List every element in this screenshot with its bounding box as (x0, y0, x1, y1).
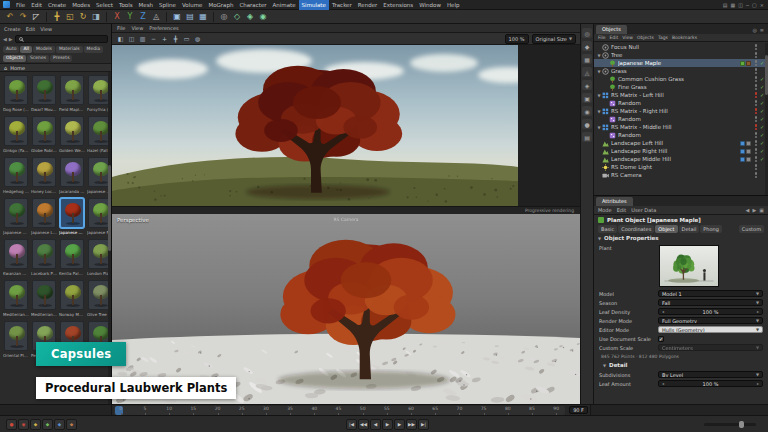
search-input[interactable] (15, 35, 108, 43)
menu-render[interactable]: Render (355, 0, 381, 10)
object-row-common-cushion-grass[interactable]: Common Cushion Grass✓ (594, 75, 768, 83)
visibility-dots[interactable] (755, 116, 758, 122)
asset-thumbnail[interactable] (32, 157, 56, 187)
visibility-dot-icon[interactable] (755, 116, 758, 119)
simulation-icon[interactable]: ◉ (257, 11, 269, 23)
attr-tab-detail[interactable]: Detail (679, 225, 700, 233)
filter-chip-scenes[interactable]: Scenes (27, 55, 49, 62)
visibility-dot-icon[interactable] (755, 68, 758, 71)
visibility-dots[interactable] (755, 60, 758, 66)
asset-item[interactable]: Golden Weeping Willow (Fall Plant) (59, 116, 85, 157)
visibility-dots[interactable] (755, 68, 758, 74)
menu-window[interactable]: Window (416, 0, 444, 10)
filter-chip-media[interactable]: Media (84, 46, 104, 53)
om-search-icon[interactable]: ◎ (752, 27, 756, 33)
visibility-dots[interactable] (755, 100, 758, 106)
material-tag-icon[interactable] (740, 141, 745, 146)
asset-item[interactable]: Japanese Larch (Fall Plant) (31, 198, 57, 239)
attr-tab-custom[interactable]: Custom (739, 225, 764, 233)
close-button[interactable]: × (760, 2, 764, 8)
breadcrumb[interactable]: ⌂Home (0, 63, 111, 72)
timeline-zoom-slider[interactable] (704, 423, 756, 426)
record-scale-icon[interactable]: ◆ (42, 419, 53, 430)
visibility-dots[interactable] (755, 132, 758, 138)
visibility-dots[interactable] (755, 148, 758, 154)
move-icon[interactable]: ╋ (51, 11, 63, 23)
asset-thumbnail[interactable] (60, 116, 84, 146)
visibility-dot-icon[interactable] (755, 156, 758, 159)
tab-objects[interactable]: Objects (596, 25, 627, 34)
visibility-dot-icon[interactable] (755, 120, 758, 123)
axis-mode-icon[interactable]: ◬ (582, 67, 592, 77)
plant-preview-image[interactable] (659, 245, 719, 287)
visibility-dot-icon[interactable] (755, 48, 758, 51)
section-detail[interactable]: ▼Detail (599, 360, 763, 370)
om-menu-tags[interactable]: Tags (658, 35, 668, 40)
next-key-icon[interactable]: ▶▶ (406, 419, 417, 430)
menu-spline[interactable]: Spline (156, 0, 179, 10)
object-row-landscape-middle-hill[interactable]: Landscape Middle Hill✓ (594, 155, 768, 163)
menu-tracker[interactable]: Tracker (329, 0, 355, 10)
asset-thumbnail[interactable] (60, 157, 84, 187)
visibility-dots[interactable] (755, 44, 758, 50)
ab-split-icon[interactable]: ▥ (138, 34, 147, 43)
visibility-dot-icon[interactable] (755, 80, 758, 83)
visibility-dot-icon[interactable] (755, 60, 758, 63)
asset-item[interactable]: Mediterranean Cypress (Fall Plant) (31, 280, 57, 321)
asset-item[interactable]: Hedgehog Agave (Fall Plant) (3, 157, 29, 198)
snap-icon[interactable]: ◆ (582, 41, 592, 51)
visibility-dot-icon[interactable] (755, 164, 758, 167)
menu-mograph[interactable]: MoGraph (205, 0, 236, 10)
visibility-dot-icon[interactable] (755, 88, 758, 91)
menu-tools[interactable]: Tools (116, 0, 136, 10)
object-row-random[interactable]: Random✓ (594, 115, 768, 123)
material-tag-icon[interactable] (740, 149, 745, 154)
solo-icon[interactable]: ◎ (218, 11, 230, 23)
slider-knob[interactable] (739, 421, 744, 428)
filter-chip-materials[interactable]: Materials (56, 46, 83, 53)
zoom-level-field[interactable]: 100 % (505, 34, 529, 44)
visibility-dots[interactable] (755, 156, 758, 162)
menu-simulate[interactable]: Simulate (299, 0, 329, 10)
axis-lock-z-icon[interactable]: Z (137, 11, 149, 23)
asset-item[interactable]: Ginkgo (Fall Plant) (3, 116, 29, 157)
asset-menu-view[interactable]: View (40, 26, 52, 32)
menu-help[interactable]: Help (444, 0, 463, 10)
asset-item[interactable]: Oriental Plane (Fall Plant) (3, 321, 29, 362)
menu-mesh[interactable]: Mesh (136, 0, 156, 10)
menu-volume[interactable]: Volume (179, 0, 205, 10)
asset-item[interactable]: Kentia Palm (Fall Plant) (59, 239, 85, 280)
asset-menu-edit[interactable]: Edit (26, 26, 36, 32)
object-properties-section[interactable]: ▼ Object Properties (594, 233, 768, 243)
menu-animate[interactable]: Animate (270, 0, 299, 10)
record-position-icon[interactable]: ◆ (30, 419, 41, 430)
light-tool-icon[interactable]: ● (582, 119, 592, 129)
object-row-rs-dome-light[interactable]: RS Dome Light (594, 163, 768, 171)
attr-mode-user-data[interactable]: User Data (631, 207, 656, 213)
asset-item[interactable]: Honey Locust 'Suncole' (Fall Plant) (31, 157, 57, 198)
visibility-dot-icon[interactable] (755, 76, 758, 79)
render-view-canvas[interactable] (112, 45, 580, 206)
om-menu-edit[interactable]: Edit (610, 35, 619, 40)
om-menu-objects[interactable]: Objects (637, 35, 654, 40)
previous-frame-icon[interactable]: ◀ (370, 419, 381, 430)
rv-menu-preferences[interactable]: Preferences (149, 25, 178, 31)
next-frame-icon[interactable]: ▶ (394, 419, 405, 430)
asset-item[interactable]: Globe Robinia (Fall Plant) (31, 116, 57, 157)
zoom-out-icon[interactable]: − (149, 34, 158, 43)
visibility-dots[interactable] (755, 84, 758, 90)
rotate-icon[interactable]: ↻ (77, 11, 89, 23)
object-row-rs-matrix-left-hill[interactable]: ▼RS Matrix - Left Hill✓ (594, 91, 768, 99)
object-row-focus-null[interactable]: Focus Null (594, 43, 768, 51)
object-row-landscape-right-hill[interactable]: Landscape Right Hill✓ (594, 147, 768, 155)
visibility-dots[interactable] (755, 164, 758, 170)
spinner-right-icon[interactable]: ▸ (757, 309, 759, 314)
visibility-dot-icon[interactable] (755, 168, 758, 171)
scale-icon[interactable]: ◱ (64, 11, 76, 23)
asset-item[interactable]: Mediterranean Poplar (Fall Plant) (3, 280, 29, 321)
visibility-dot-icon[interactable] (755, 96, 758, 99)
visibility-dots[interactable] (755, 124, 758, 130)
compare-icon[interactable]: ◫ (127, 34, 136, 43)
back-icon[interactable]: ◀ (3, 36, 7, 42)
asset-thumbnail[interactable] (4, 198, 28, 228)
